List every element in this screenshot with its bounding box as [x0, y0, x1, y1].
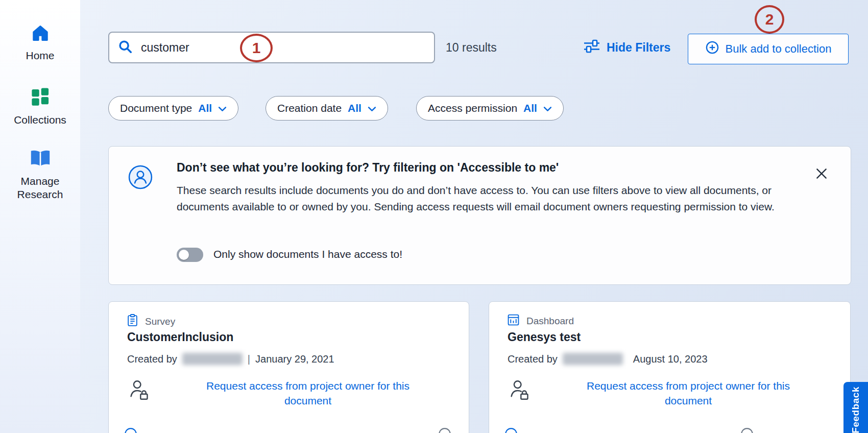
hide-filters-label: Hide Filters [607, 41, 670, 55]
access-only-toggle[interactable] [177, 248, 203, 262]
document-type-label: Survey [145, 316, 175, 327]
close-icon[interactable] [815, 167, 828, 180]
toggle-knob [179, 250, 189, 260]
sidebar-item-label: Home [26, 49, 54, 62]
dashboard-icon [508, 314, 519, 328]
filter-sliders-icon [583, 39, 600, 56]
sidebar-item-collections[interactable]: Collections [0, 86, 80, 127]
results-count: 10 results [446, 41, 497, 55]
chevron-down-icon [543, 102, 552, 114]
annotation-step-2: 2 [755, 5, 784, 34]
bulk-add-label: Bulk add to collection [726, 42, 832, 56]
sidebar: Home Collections Manage Research [0, 0, 80, 433]
annotation-step-1: 1 [240, 34, 273, 62]
search-icon [117, 39, 133, 56]
filter-label: Document type [120, 102, 192, 114]
document-type-row: Survey [127, 314, 175, 329]
redacted-owner-name [182, 353, 243, 365]
meta-separator: | [248, 353, 250, 365]
filter-pill-document-type[interactable]: Document type All [108, 96, 238, 121]
document-card: Dashboard Genesys test Created by August… [489, 301, 851, 433]
document-meta: Created by August 10, 2023 [508, 353, 708, 365]
search-input[interactable] [141, 41, 335, 55]
person-circle-icon [128, 165, 153, 191]
document-title: CustomerInclusion [127, 330, 233, 344]
created-by-label: Created by [127, 353, 177, 365]
filter-value: All [523, 102, 537, 114]
created-date: August 10, 2023 [633, 353, 708, 365]
sidebar-item-manage-research[interactable]: Manage Research [0, 148, 80, 201]
banner-body: These search results include documents y… [177, 182, 802, 215]
sidebar-item-label: Manage Research [0, 175, 80, 201]
filter-label: Creation date [277, 102, 342, 114]
person-lock-icon [509, 378, 530, 403]
hide-filters-button[interactable]: Hide Filters [583, 39, 670, 56]
document-card: Survey CustomerInclusion Created by | Ja… [108, 301, 469, 433]
feedback-label: Feedback [850, 387, 861, 433]
info-icon[interactable] [124, 427, 137, 433]
banner-title: Don’t see what you’re looking for? Try f… [177, 161, 559, 175]
filter-value: All [198, 102, 212, 114]
document-title: Genesys test [508, 330, 581, 344]
feedback-tab[interactable]: Feedback [843, 382, 868, 433]
access-info-banner: Don’t see what you’re looking for? Try f… [108, 146, 851, 285]
created-date: January 29, 2021 [255, 353, 334, 365]
chevron-down-icon [368, 102, 376, 114]
person-lock-icon [128, 378, 150, 403]
survey-clipboard-icon [127, 314, 138, 329]
request-access-link[interactable]: Request access from project owner for th… [185, 378, 430, 408]
home-icon [30, 23, 51, 45]
document-type-label: Dashboard [526, 316, 574, 327]
chevron-down-icon [218, 102, 227, 114]
toggle-label: Only show documents I have access to! [213, 248, 402, 260]
open-book-icon [29, 148, 52, 171]
more-actions-icon[interactable] [438, 427, 451, 433]
created-by-label: Created by [508, 353, 558, 365]
request-access-link[interactable]: Request access from project owner for th… [566, 378, 811, 408]
filter-label: Access permission [428, 102, 517, 114]
filter-pill-access-permission[interactable]: Access permission All [416, 96, 564, 121]
redacted-owner-name [563, 353, 623, 365]
info-icon[interactable] [504, 427, 518, 433]
collections-icon [30, 86, 51, 109]
document-meta: Created by | January 29, 2021 [127, 353, 334, 365]
more-actions-icon[interactable] [740, 427, 754, 433]
filter-pill-creation-date[interactable]: Creation date All [266, 96, 388, 121]
bulk-add-to-collection-button[interactable]: Bulk add to collection [688, 34, 849, 64]
sidebar-item-home[interactable]: Home [0, 23, 80, 62]
document-type-row: Dashboard [508, 314, 574, 328]
plus-circle-icon [705, 40, 719, 58]
filter-value: All [348, 102, 361, 114]
sidebar-item-label: Collections [14, 113, 66, 127]
